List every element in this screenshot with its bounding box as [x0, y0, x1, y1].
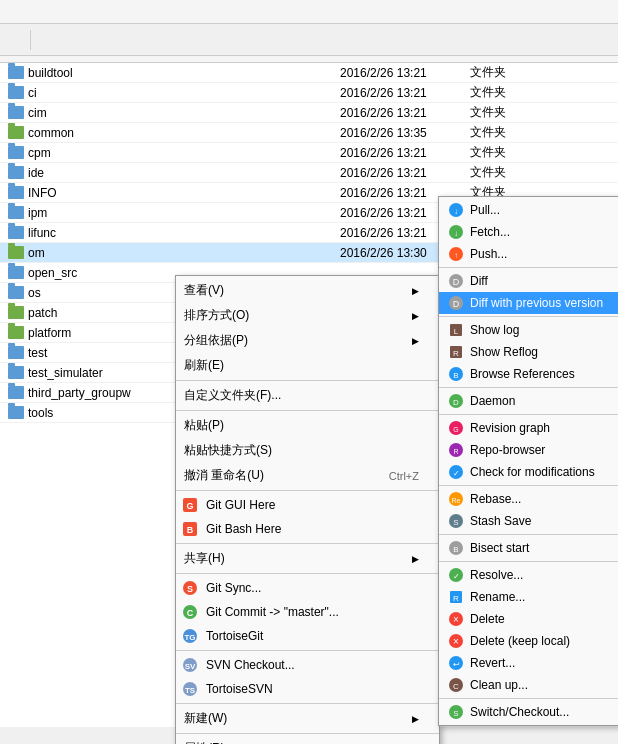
cm2-item-revgraph[interactable]: G Revision graph: [439, 417, 618, 439]
diff-icon: D: [447, 273, 465, 289]
table-row[interactable]: ci 2016/2/26 13:21 文件夹: [0, 83, 618, 103]
svg-text:↑: ↑: [454, 251, 458, 260]
cm1-tortoisegit[interactable]: TG TortoiseGit: [176, 624, 439, 648]
file-name: INFO: [8, 186, 340, 200]
cm1-git-commit[interactable]: C Git Commit -> "master"...: [176, 600, 439, 624]
cm1-sep8: [176, 733, 439, 734]
cm2-sep-12: [439, 414, 618, 415]
cm2-item-resolve[interactable]: ✓ Resolve...: [439, 564, 618, 586]
svg-text:G: G: [453, 426, 458, 433]
cm1-sep5: [176, 573, 439, 574]
cm2-item-diff[interactable]: D Diff: [439, 270, 618, 292]
cm2-item-stash[interactable]: S Stash Save: [439, 510, 618, 532]
file-name: ide: [8, 166, 340, 180]
git-bash-icon: B: [180, 521, 200, 537]
cm1-paste[interactable]: 粘贴(P): [176, 413, 439, 438]
cm1-view[interactable]: 查看(V): [176, 278, 439, 303]
svg-text:D: D: [453, 398, 459, 407]
switch-icon: S: [447, 704, 465, 720]
cm2-sep-10: [439, 387, 618, 388]
delete-local-icon: ×: [447, 633, 465, 649]
cm1-paste-shortcut[interactable]: 粘贴快捷方式(S): [176, 438, 439, 463]
bisect-icon: B: [447, 540, 465, 556]
new-folder-button[interactable]: [61, 37, 75, 43]
file-modified: 2016/2/26 13:21: [340, 86, 470, 100]
folder-icon: [8, 66, 24, 79]
file-name: ipm: [8, 206, 340, 220]
cm2-item-fetch[interactable]: ↓ Fetch...: [439, 221, 618, 243]
cm2-item-revert[interactable]: ↩ Revert...: [439, 652, 618, 674]
file-modified: 2016/2/26 13:21: [340, 146, 470, 160]
cm2-item-rename[interactable]: R Rename...: [439, 586, 618, 608]
context-menu-windows: 查看(V) 排序方式(O) 分组依据(P) 刷新(E) 自定义文件夹(F)...…: [175, 275, 440, 744]
cm1-svn-checkout[interactable]: SV SVN Checkout...: [176, 653, 439, 677]
table-row[interactable]: cpm 2016/2/26 13:21 文件夹: [0, 143, 618, 163]
table-row[interactable]: common 2016/2/26 13:35 文件夹: [0, 123, 618, 143]
cm1-git-bash[interactable]: B Git Bash Here: [176, 517, 439, 541]
file-name: om: [8, 246, 340, 260]
cm2-item-push[interactable]: ↑ Push...: [439, 243, 618, 265]
resolve-icon: ✓: [447, 567, 465, 583]
diff-icon: D: [447, 295, 465, 311]
cm1-tortoisesvn[interactable]: TS TortoiseSVN: [176, 677, 439, 701]
toolbar: [0, 24, 618, 56]
svg-text:TS: TS: [185, 686, 196, 695]
share-button[interactable]: [39, 37, 53, 43]
cm1-new[interactable]: 新建(W): [176, 706, 439, 731]
svg-text:D: D: [453, 277, 460, 287]
cm1-group[interactable]: 分组依据(P): [176, 328, 439, 353]
cm2-item-rebase[interactable]: Re Rebase...: [439, 488, 618, 510]
svg-text:✓: ✓: [453, 572, 460, 581]
cm1-git-gui[interactable]: G Git GUI Here: [176, 493, 439, 517]
cm2-item-switch[interactable]: S Switch/Checkout...: [439, 701, 618, 723]
tortoisegit-icon: TG: [180, 628, 200, 644]
context-menu-tortoisegit: ↓ Pull... ↓ Fetch... ↑ Push... D Diff D …: [438, 196, 618, 726]
cm2-item-diff[interactable]: D Diff with previous version: [439, 292, 618, 314]
cm2-item-pull[interactable]: ↓ Pull...: [439, 199, 618, 221]
cm1-git-sync[interactable]: S Git Sync...: [176, 576, 439, 600]
cm2-item-delete[interactable]: × Delete: [439, 608, 618, 630]
cm1-undo[interactable]: 撤消 重命名(U)Ctrl+Z: [176, 463, 439, 488]
cm1-sep1: [176, 380, 439, 381]
table-row[interactable]: cim 2016/2/26 13:21 文件夹: [0, 103, 618, 123]
cm2-item-check[interactable]: ✓ Check for modifications: [439, 461, 618, 483]
cm2-sep-19: [439, 534, 618, 535]
svg-text:TG: TG: [184, 633, 195, 642]
cm1-properties[interactable]: 属性(R): [176, 736, 439, 744]
svg-text:B: B: [453, 545, 458, 554]
folder-icon: [8, 386, 24, 399]
cm1-sort[interactable]: 排序方式(O): [176, 303, 439, 328]
address-bar: [0, 0, 618, 24]
cm2-item-bisect[interactable]: B Bisect start: [439, 537, 618, 559]
svg-text:S: S: [453, 709, 458, 718]
fetch-icon: ↓: [447, 224, 465, 240]
cm1-customize[interactable]: 自定义文件夹(F)...: [176, 383, 439, 408]
cm2-item-browse[interactable]: B Browse References: [439, 363, 618, 385]
revert-icon: ↩: [447, 655, 465, 671]
git-gui-icon: G: [180, 497, 200, 513]
cm2-item-repo[interactable]: R Repo-browser: [439, 439, 618, 461]
toolbar-separator: [30, 30, 31, 50]
table-row[interactable]: buildtool 2016/2/26 13:21 文件夹: [0, 63, 618, 83]
svg-text:R: R: [453, 349, 459, 358]
folder-icon: [8, 126, 24, 139]
file-type: 文件夹: [470, 84, 550, 101]
file-modified: 2016/2/26 13:21: [340, 66, 470, 80]
svn-checkout-icon: SV: [180, 657, 200, 673]
svg-text:↩: ↩: [453, 660, 460, 669]
cm2-item-log[interactable]: L Show log: [439, 319, 618, 341]
cm2-item-reflog[interactable]: R Show Reflog: [439, 341, 618, 363]
cm1-share[interactable]: 共享(H): [176, 546, 439, 571]
cm2-item-cleanup[interactable]: C Clean up...: [439, 674, 618, 696]
cm1-refresh[interactable]: 刷新(E): [176, 353, 439, 378]
cm2-item-daemon[interactable]: D Daemon: [439, 390, 618, 412]
svg-text:SV: SV: [185, 662, 196, 671]
git-commit-icon: C: [180, 604, 200, 620]
table-row[interactable]: ide 2016/2/26 13:21 文件夹: [0, 163, 618, 183]
file-modified: 2016/2/26 13:21: [340, 106, 470, 120]
cm2-item-delete-local[interactable]: × Delete (keep local): [439, 630, 618, 652]
svg-text:✓: ✓: [453, 469, 460, 478]
folder-icon: [8, 366, 24, 379]
folder-icon: [8, 326, 24, 339]
organize-button[interactable]: [8, 37, 22, 43]
